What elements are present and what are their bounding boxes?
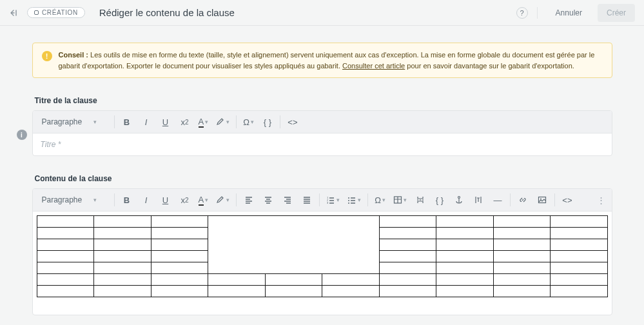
link-button[interactable] — [514, 192, 531, 208]
hr-button[interactable]: — — [489, 192, 506, 208]
align-right-button[interactable] — [279, 192, 296, 208]
bold-button[interactable]: B — [119, 113, 135, 130]
braces-button[interactable]: { } — [431, 192, 448, 208]
align-right-icon — [283, 195, 292, 204]
back-icon[interactable] — [9, 8, 19, 18]
code-button[interactable]: <> — [559, 192, 576, 208]
ordered-list-button[interactable]: 123▾ — [324, 192, 342, 208]
page-break-icon — [416, 195, 425, 204]
title-input[interactable]: Titre * — [33, 133, 612, 155]
svg-point-3 — [348, 197, 349, 199]
text-color-button[interactable]: A▾ — [196, 192, 211, 208]
unordered-list-button[interactable]: ▾ — [345, 192, 364, 208]
chip-label: CRÉATION — [42, 9, 78, 16]
content-toolbar: Paragraphe▾ B I U x2 A▾ ▾ — [33, 189, 612, 212]
superscript-button[interactable]: x2 — [177, 192, 193, 208]
paragraph-select[interactable]: Paragraphe▾ — [37, 113, 114, 130]
braces-button[interactable]: { } — [259, 113, 276, 130]
tip-link[interactable]: Consulter cet article — [342, 62, 405, 70]
chevron-down-icon: ▾ — [93, 197, 97, 203]
anchor-icon — [454, 195, 463, 204]
tip-text: Conseil : Les outils de mise en forme du… — [59, 50, 603, 71]
svg-text:3: 3 — [327, 201, 329, 204]
tip-banner: ! Conseil : Les outils de mise en forme … — [32, 43, 612, 78]
content-table[interactable] — [37, 215, 608, 297]
highlight-icon — [216, 117, 225, 126]
highlight-icon — [216, 195, 225, 204]
align-left-icon — [244, 195, 253, 204]
chevron-down-icon: ▾ — [93, 119, 97, 125]
align-center-button[interactable] — [260, 192, 277, 208]
align-justify-button[interactable] — [298, 192, 315, 208]
content-editor: Paragraphe▾ B I U x2 A▾ ▾ — [32, 188, 612, 315]
create-button[interactable]: Créer — [598, 4, 635, 22]
table-icon — [393, 195, 402, 204]
highlight-button[interactable]: ▾ — [213, 192, 232, 208]
help-icon[interactable]: ? — [516, 7, 528, 19]
italic-button[interactable]: I — [138, 192, 155, 208]
more-button[interactable]: ⋮ — [595, 195, 608, 205]
special-char-button[interactable]: Ω▾ — [240, 113, 257, 130]
info-icon: ! — [42, 51, 52, 61]
title-editor: Paragraphe▾ B I U x2 A▾ ▾ Ω▾ { } — [32, 110, 612, 156]
page-break-button[interactable] — [412, 192, 429, 208]
separator — [537, 7, 538, 19]
text-width-icon — [474, 195, 483, 204]
underline-button[interactable]: U — [157, 113, 174, 130]
svg-point-4 — [348, 200, 349, 201]
highlight-button[interactable]: ▾ — [213, 113, 232, 130]
image-icon — [538, 195, 547, 204]
underline-button[interactable]: U — [157, 192, 174, 208]
italic-button[interactable]: I — [138, 113, 155, 130]
unordered-list-icon — [347, 195, 356, 204]
cancel-button[interactable]: Annuler — [547, 4, 591, 22]
page-title: Rédiger le contenu de la clause — [99, 7, 235, 18]
ordered-list-icon: 123 — [326, 195, 335, 204]
info-badge-icon[interactable]: i — [17, 130, 27, 140]
align-left-button[interactable] — [240, 192, 257, 208]
link-icon — [518, 195, 527, 204]
paragraph-select[interactable]: Paragraphe▾ — [37, 192, 114, 208]
pencil-icon — [34, 10, 39, 15]
align-justify-icon — [302, 195, 311, 204]
svg-point-7 — [458, 197, 460, 199]
title-toolbar: Paragraphe▾ B I U x2 A▾ ▾ Ω▾ { } — [33, 111, 612, 133]
anchor-button[interactable] — [451, 192, 467, 208]
content-body[interactable] — [33, 212, 612, 315]
special-char-button[interactable]: Ω▾ — [372, 192, 388, 208]
bold-button[interactable]: B — [119, 192, 135, 208]
code-button[interactable]: <> — [284, 113, 301, 130]
text-color-button[interactable]: A▾ — [196, 113, 211, 130]
text-width-button[interactable] — [470, 192, 487, 208]
image-button[interactable] — [534, 192, 551, 208]
top-bar: CRÉATION Rédiger le contenu de la clause… — [0, 0, 644, 26]
creation-chip: CRÉATION — [27, 7, 85, 18]
title-section-label: Titre de la clause — [35, 96, 612, 105]
superscript-button[interactable]: x2 — [177, 113, 193, 130]
align-center-icon — [264, 195, 273, 204]
content-section-label: Contenu de la clause — [35, 174, 612, 183]
svg-point-5 — [348, 202, 349, 204]
table-button[interactable]: ▾ — [391, 192, 409, 208]
